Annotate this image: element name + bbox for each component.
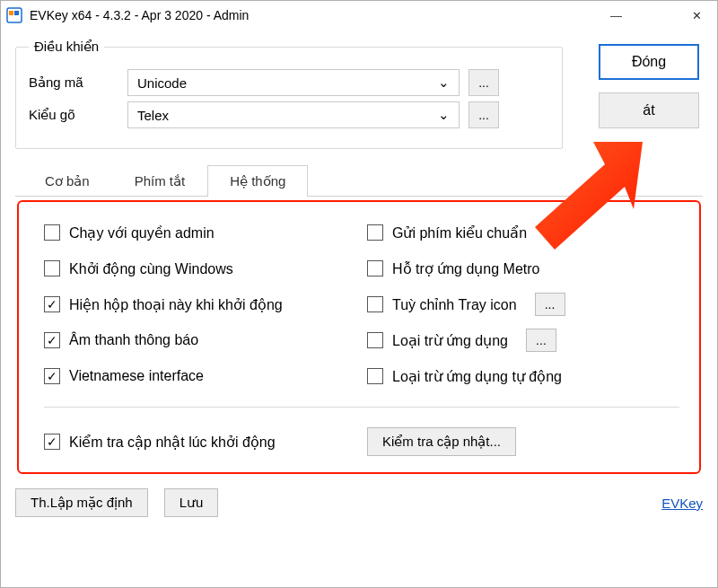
encoding-value: Unicode <box>137 75 187 91</box>
checkbox-icon <box>367 260 383 276</box>
opt-metro-support[interactable]: Hỗ trợ ứng dụng Metro <box>367 258 679 279</box>
checkbox-icon <box>367 332 383 348</box>
opt-label: Khởi động cùng Windows <box>69 260 233 277</box>
opt-label: Tuỳ chỉnh Tray icon <box>392 296 517 313</box>
opt-label: Âm thanh thông báo <box>69 332 198 348</box>
encoding-select[interactable]: Unicode ⌄ <box>127 69 460 96</box>
tab-shortcut[interactable]: Phím tắt <box>112 165 208 197</box>
tray-icon-more-button[interactable]: ... <box>535 293 565 316</box>
control-group: Điều khiển Bảng mã Unicode ⌄ ... Kiểu gõ… <box>15 39 563 149</box>
checkbox-icon <box>367 224 383 241</box>
input-method-select[interactable]: Telex ⌄ <box>127 101 460 128</box>
svg-rect-1 <box>9 11 13 15</box>
opt-tray-icon[interactable]: Tuỳ chỉnh Tray icon ... <box>367 294 679 315</box>
app-icon <box>6 7 22 23</box>
encoding-more-button[interactable]: ... <box>468 69 499 96</box>
chevron-down-icon: ⌄ <box>438 107 450 123</box>
titlebar: EVKey x64 - 4.3.2 - Apr 3 2020 - Admin —… <box>1 1 717 30</box>
input-method-more-button[interactable]: ... <box>468 101 499 128</box>
defaults-button[interactable]: Th.Lập mặc định <box>15 488 148 517</box>
close-window-button[interactable]: ✕ <box>677 3 717 28</box>
tab-system[interactable]: Hệ thống <box>207 165 308 197</box>
checkbox-icon <box>44 296 60 312</box>
opt-label: Hiện hộp thoại này khi khởi động <box>69 296 283 313</box>
opt-label: Gửi phím kiểu chuẩn <box>392 224 527 241</box>
opt-label: Kiểm tra cập nhật lúc khởi động <box>69 434 276 451</box>
checkbox-icon <box>44 224 60 241</box>
tab-content-system: Chạy với quyền admin Gửi phím kiểu chuẩn… <box>17 200 701 474</box>
opt-label: Chạy với quyền admin <box>69 224 215 241</box>
opt-label: Vietnamese interface <box>69 368 204 384</box>
input-method-value: Telex <box>137 108 169 123</box>
checkbox-icon <box>44 260 60 276</box>
opt-exclude-apps-auto[interactable]: Loại trừ ứng dụng tự động <box>367 365 679 387</box>
opt-check-update-startup[interactable]: Kiểm tra cập nhật lúc khởi động <box>44 427 356 456</box>
window-title: EVKey x64 - 4.3.2 - Apr 3 2020 - Admin <box>30 8 249 22</box>
control-legend: Điều khiển <box>29 39 104 55</box>
footer: Th.Lập mặc định Lưu EVKey <box>15 488 703 517</box>
encoding-label: Bảng mã <box>29 75 127 91</box>
opt-show-dialog-startup[interactable]: Hiện hộp thoại này khi khởi động <box>44 294 356 315</box>
checkbox-icon <box>367 368 383 384</box>
tab-basic[interactable]: Cơ bản <box>22 165 112 197</box>
save-button[interactable]: Lưu <box>164 488 219 517</box>
checkbox-icon <box>44 434 60 450</box>
exclude-apps-more-button[interactable]: ... <box>526 329 556 352</box>
client-area: Đóng át Điều khiển Bảng mã Unicode ⌄ ...… <box>1 30 717 587</box>
opt-label: Loại trừ ứng dụng tự động <box>392 368 562 385</box>
opt-vietnamese-interface[interactable]: Vietnamese interface <box>44 365 356 387</box>
checkbox-icon <box>44 368 60 384</box>
opt-run-admin[interactable]: Chạy với quyền admin <box>44 222 356 243</box>
input-method-label: Kiểu gõ <box>29 107 127 123</box>
chevron-down-icon: ⌄ <box>438 75 450 91</box>
opt-exclude-apps[interactable]: Loại trừ ứng dụng ... <box>367 329 679 351</box>
opt-sound-notify[interactable]: Âm thanh thông báo <box>44 329 356 351</box>
check-update-button[interactable]: Kiểm tra cập nhật... <box>367 427 516 456</box>
close-button[interactable]: Đóng <box>599 44 699 80</box>
svg-rect-2 <box>14 11 19 15</box>
opt-label: Hỗ trợ ứng dụng Metro <box>392 260 540 277</box>
exit-button[interactable]: át <box>599 92 699 128</box>
separator <box>44 407 679 408</box>
minimize-button[interactable]: — <box>596 3 636 28</box>
opt-send-standard-keys[interactable]: Gửi phím kiểu chuẩn <box>367 222 679 243</box>
evkey-link[interactable]: EVKey <box>661 496 703 511</box>
tab-strip: Cơ bản Phím tắt Hệ thống <box>15 165 703 197</box>
opt-start-with-windows[interactable]: Khởi động cùng Windows <box>44 258 356 279</box>
window-frame: EVKey x64 - 4.3.2 - Apr 3 2020 - Admin —… <box>0 0 718 588</box>
opt-label: Loại trừ ứng dụng <box>392 332 508 349</box>
checkbox-icon <box>367 296 383 312</box>
checkbox-icon <box>44 332 60 348</box>
